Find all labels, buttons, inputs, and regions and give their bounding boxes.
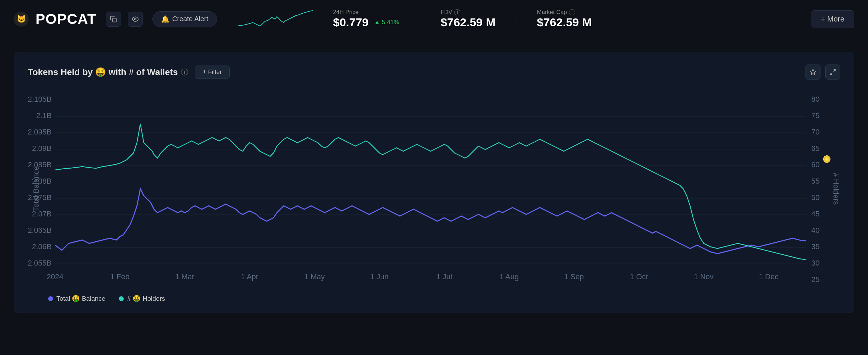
svg-text:2024: 2024	[46, 272, 63, 281]
star-button[interactable]	[805, 65, 820, 80]
svg-marker-2	[810, 69, 816, 75]
svg-text:2.105B: 2.105B	[28, 95, 52, 103]
chart-title: Tokens Held by 🤑 with # of Wallets i	[28, 67, 188, 77]
chart-card: Tokens Held by 🤑 with # of Wallets i + F…	[14, 52, 854, 313]
chart-actions	[805, 65, 840, 80]
token-symbol: POPCAT	[36, 11, 96, 27]
market-cap-info-icon[interactable]: i	[569, 9, 575, 15]
header: 🐱 POPCAT 🔔 Create Alert 24H Price $0.779…	[0, 0, 868, 38]
svg-text:1 Oct: 1 Oct	[630, 272, 648, 281]
svg-text:1 Apr: 1 Apr	[241, 272, 258, 281]
svg-text:30: 30	[811, 259, 819, 267]
svg-rect-0	[112, 18, 116, 22]
svg-text:1 Dec: 1 Dec	[759, 272, 778, 281]
legend-dot-balance	[48, 296, 53, 301]
svg-text:🪙: 🪙	[823, 155, 831, 163]
svg-text:1 May: 1 May	[304, 272, 325, 281]
legend-dot-holders	[119, 296, 124, 301]
svg-text:80: 80	[811, 95, 819, 103]
svg-point-1	[134, 18, 136, 20]
filter-button[interactable]: + Filter	[195, 66, 230, 79]
svg-text:40: 40	[811, 226, 819, 235]
price-section: 24H Price $0.779 ▲ 5.41%	[333, 9, 399, 29]
bell-icon: 🔔	[161, 15, 169, 23]
svg-text:25: 25	[811, 275, 819, 284]
svg-line-3	[833, 70, 836, 72]
more-button[interactable]: + More	[811, 10, 854, 28]
market-cap-section: Market Cap i $762.59 M	[537, 9, 592, 29]
svg-text:70: 70	[811, 128, 819, 136]
svg-text:1 Jul: 1 Jul	[436, 272, 452, 281]
main-chart-svg: .grid-line { stroke: #1e2a3a; stroke-wid…	[28, 90, 840, 288]
svg-text:55: 55	[811, 177, 819, 185]
divider-1	[420, 9, 420, 29]
svg-text:2.09B: 2.09B	[32, 144, 52, 153]
legend-holders: # 🤑 Holders	[119, 295, 165, 302]
svg-text:2.06B: 2.06B	[32, 242, 52, 251]
svg-text:# Holders: # Holders	[832, 173, 840, 205]
legend-balance: Total 🤑 Balance	[48, 295, 105, 302]
svg-text:60: 60	[811, 160, 819, 169]
svg-text:75: 75	[811, 111, 819, 120]
create-alert-button[interactable]: 🔔 Create Alert	[152, 11, 217, 27]
svg-text:1 Sep: 1 Sep	[564, 272, 584, 281]
fdv-info-icon[interactable]: i	[454, 9, 460, 15]
mini-price-chart	[238, 7, 313, 31]
svg-text:1 Mar: 1 Mar	[175, 272, 194, 281]
svg-text:50: 50	[811, 193, 819, 202]
svg-text:45: 45	[811, 210, 819, 218]
svg-line-4	[830, 73, 832, 75]
svg-text:Total Balance: Total Balance	[32, 166, 40, 211]
main-content: Tokens Held by 🤑 with # of Wallets i + F…	[0, 38, 868, 327]
svg-text:35: 35	[811, 242, 819, 251]
copy-button[interactable]	[106, 12, 121, 27]
chart-info-icon[interactable]: i	[181, 69, 188, 75]
token-logo: 🐱	[14, 12, 29, 27]
chart-header: Tokens Held by 🤑 with # of Wallets i + F…	[28, 65, 840, 80]
svg-text:65: 65	[811, 144, 819, 153]
svg-text:2.055B: 2.055B	[28, 259, 52, 267]
fdv-section: FDV i $762.59 M	[440, 9, 496, 29]
svg-text:2.1B: 2.1B	[36, 111, 52, 120]
chart-legend: Total 🤑 Balance # 🤑 Holders	[28, 295, 840, 302]
svg-text:2.095B: 2.095B	[28, 128, 52, 136]
expand-button[interactable]	[825, 65, 840, 80]
watch-button[interactable]	[128, 12, 143, 27]
chart-area: .grid-line { stroke: #1e2a3a; stroke-wid…	[28, 90, 840, 288]
svg-text:1 Feb: 1 Feb	[110, 272, 130, 281]
svg-text:1 Jun: 1 Jun	[370, 272, 389, 281]
divider-2	[516, 9, 516, 29]
svg-text:2.065B: 2.065B	[28, 226, 52, 235]
svg-text:1 Aug: 1 Aug	[500, 272, 519, 281]
svg-text:1 Nov: 1 Nov	[694, 272, 714, 281]
